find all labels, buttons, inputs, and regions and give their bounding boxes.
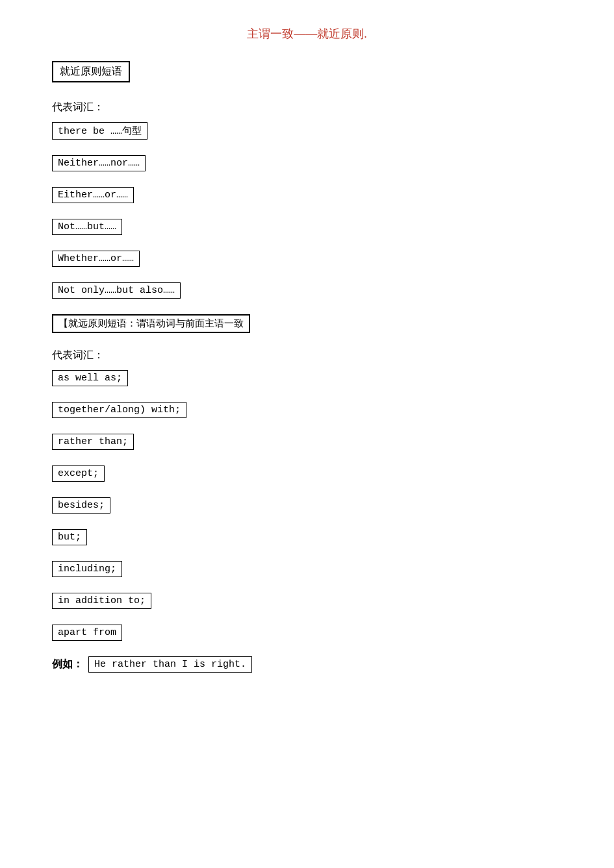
term-there-be: there be ……句型	[52, 122, 147, 140]
section1-label: 代表词汇：	[52, 101, 104, 112]
term-rather-than: rather than;	[52, 434, 134, 450]
example-label: 例如：	[52, 658, 83, 671]
term-except: except;	[52, 465, 105, 482]
term-together-with: together/along) with;	[52, 402, 186, 418]
term-as-well-as: as well as;	[52, 370, 128, 386]
term-neither-nor: Neither……nor……	[52, 155, 146, 171]
term-either-or: Either……or……	[52, 187, 134, 203]
term-but: but;	[52, 529, 87, 545]
term-whether-or: Whether……or……	[52, 251, 140, 267]
term-including: including;	[52, 561, 122, 577]
section2-label: 代表词汇：	[52, 349, 104, 360]
section2-heading: 【就远原则短语：谓语动词与前面主语一致	[52, 314, 250, 333]
page-title: 主谓一致——就近原则.	[52, 26, 562, 42]
term-besides: besides;	[52, 497, 110, 514]
term-not-but: Not……but……	[52, 219, 122, 235]
term-not-only-but-also: Not only……but also……	[52, 282, 181, 299]
term-in-addition-to: in addition to;	[52, 593, 151, 609]
section1-heading: 就近原则短语	[52, 61, 130, 82]
example-content: He rather than I is right.	[88, 656, 252, 673]
term-apart-from: apart from	[52, 625, 122, 641]
